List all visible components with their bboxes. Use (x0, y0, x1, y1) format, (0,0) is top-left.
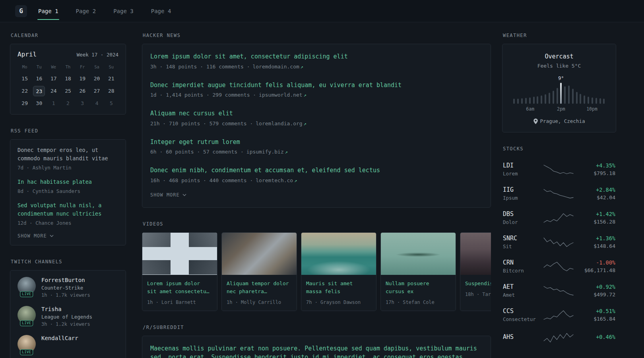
rss-item-link[interactable]: Donec tempor eros leo, ut commodo mauris… (17, 146, 118, 163)
hn-story-meta: 16h · 468 points · 440 comments ·loremte… (150, 177, 483, 183)
video-card[interactable]: Nullam posuere cursus ex 17h · Stefan Co… (380, 232, 456, 311)
stock-change: +2.84% (577, 187, 615, 193)
hn-story-domain-link[interactable]: ipsumify.biz↗ (246, 149, 288, 155)
calendar-day: 21 (104, 74, 118, 84)
tab-page-3[interactable]: Page 3 (113, 0, 134, 22)
video-thumbnail (142, 233, 217, 275)
rss-item: Donec tempor eros leo, ut commodo mauris… (17, 146, 118, 171)
hn-story-link[interactable]: Aliquam nec cursus elit (150, 109, 483, 118)
stock-change: +1.36% (577, 235, 615, 241)
hn-story: Donec enim nibh, condimentum et accumsan… (142, 160, 491, 189)
hn-story-link[interactable]: Integer eget rutrum lorem (150, 138, 483, 147)
tab-page-4[interactable]: Page 4 (150, 0, 172, 22)
stock-price: $499.72 (577, 292, 615, 298)
rss-item-link[interactable]: In hac habitasse platea (17, 178, 118, 186)
rss-item-meta: 8d · Cynthia Saunders (17, 188, 118, 194)
twitch-channel[interactable]: LIVE Trisha League of Legends 3h · 1.2k … (17, 306, 118, 327)
calendar-grid: Mo Tu We Th Fr Sa Su 15 16 17 18 19 20 2… (17, 64, 118, 109)
dow-label: Th (61, 64, 75, 72)
hn-story-domain: ipsumworld.net (259, 92, 303, 98)
rss-show-more-button[interactable]: SHOW MORE (17, 233, 54, 239)
stock-symbol: AET (503, 283, 539, 290)
stock-row[interactable]: CRNBitcorn -1.00%$66,171.48 (502, 254, 616, 278)
map-pin-icon (533, 119, 538, 124)
video-card[interactable]: Aliquam tempor dolor nec pharetra… 1h · … (221, 232, 297, 311)
weather-location: Prague, Czechia (509, 118, 609, 124)
calendar-day: 15 (17, 74, 32, 84)
weather-feels-like: Feels like 5°C (509, 63, 609, 69)
stocks-widget: STOCKS LDILorem +4.35%$795.18 IIGIpsum +… (502, 146, 616, 348)
stock-row[interactable]: IIGIpsum +2.84%$42.04 (502, 181, 616, 206)
calendar-day: 20 (89, 74, 104, 84)
rss-section-title: RSS FEED (10, 128, 126, 134)
stock-sparkline (539, 309, 577, 321)
video-title: Nullam posuere cursus ex (386, 280, 451, 296)
hn-story-link[interactable]: Donec enim nibh, condimentum et accumsan… (150, 166, 483, 175)
stock-change: +0.51% (577, 308, 615, 314)
tab-page-2[interactable]: Page 2 (75, 0, 97, 22)
video-card[interactable]: Mauris sit amet massa felis 7h · Grayson… (301, 232, 376, 311)
calendar-day-next-month: 1 (47, 98, 61, 109)
video-meta: 17h · Stefan Cole (386, 300, 451, 305)
rss-item: In hac habitasse platea 8d · Cynthia Sau… (17, 178, 118, 194)
hn-story-meta: 3h · 148 points · 116 comments ·loremdom… (150, 64, 483, 70)
show-more-label: SHOW MORE (17, 233, 47, 239)
calendar-day: 30 (32, 98, 46, 109)
hackernews-card: Lorem ipsum dolor sit amet, consectetur … (142, 44, 491, 208)
tab-page-1[interactable]: Page 1 (37, 0, 59, 22)
hn-story: Aliquam nec cursus elit 21h · 710 points… (142, 103, 491, 132)
hn-story-link[interactable]: Lorem ipsum dolor sit amet, consectetur … (150, 52, 483, 61)
hn-story-domain-link[interactable]: loremtech.co↗ (256, 177, 297, 183)
hackernews-show-more-button[interactable]: SHOW MORE (150, 192, 186, 198)
hn-story-domain-link[interactable]: loremdomain.com↗ (252, 64, 303, 70)
stock-symbol: IIG (503, 186, 539, 193)
subreddit-post-link[interactable]: Maecenas mollis pulvinar erat non posuer… (150, 344, 483, 358)
stock-symbol: AHS (503, 333, 539, 340)
stock-name: Ipsum (503, 195, 539, 201)
stock-row[interactable]: DBSDolor +1.42%$156.28 (502, 206, 616, 230)
dow-label: We (47, 64, 61, 72)
stock-row[interactable]: AETAmet +0.92%$499.72 (502, 278, 616, 303)
calendar-day: 24 (47, 86, 61, 96)
video-card[interactable]: Suspendisse diam 18h · Tara (460, 232, 491, 311)
calendar-week-year: Week 17 · 2024 (77, 52, 118, 58)
hn-story-link[interactable]: Donec imperdiet augue tincidunt felis al… (150, 81, 483, 90)
external-link-icon: ↗ (301, 64, 303, 70)
twitch-channel[interactable]: LIVE KendallCarr (17, 335, 118, 353)
hn-story-domain-link[interactable]: ipsumworld.net↗ (259, 92, 306, 98)
stock-price: $795.18 (577, 170, 615, 176)
external-link-icon: ↗ (304, 121, 306, 126)
stock-price: $156.28 (577, 219, 615, 225)
channel-game: Counter-Strike (41, 285, 90, 291)
stock-symbol: LDI (503, 162, 539, 169)
stock-row[interactable]: SNRCSit +1.36%$148.64 (502, 230, 616, 254)
calendar-day-today: 23 (33, 86, 45, 96)
video-card[interactable]: Lorem ipsum dolor sit amet consectetu… 1… (142, 232, 217, 311)
stock-row[interactable]: AHS +0.46% (502, 327, 616, 348)
stock-change: +0.92% (577, 284, 615, 290)
calendar-month: April (17, 51, 37, 58)
channel-meta: 1h · 1.7k viewers (41, 292, 90, 298)
twitch-section-title: TWITCH CHANNELS (10, 259, 126, 265)
dow-label: Tu (32, 64, 46, 72)
dashboard-content: CALENDAR April Week 17 · 2024 Mo Tu We T… (0, 22, 644, 358)
channel-name: Trisha (41, 306, 92, 312)
stock-sparkline (539, 188, 577, 200)
twitch-channel[interactable]: LIVE ForrestBurton Counter-Strike 1h · 1… (17, 277, 118, 298)
hn-story-domain-link[interactable]: loremlandia.org↗ (256, 121, 306, 126)
show-more-label: SHOW MORE (150, 192, 180, 198)
hn-story-meta: 6h · 60 points · 57 comments ·ipsumify.b… (150, 149, 483, 155)
stock-row[interactable]: CCSConsectetur +0.51%$165.84 (502, 303, 616, 327)
app-logo[interactable]: G (15, 5, 27, 17)
weather-location-label: Prague, Czechia (540, 118, 585, 124)
hackernews-widget: HACKER NEWS Lorem ipsum dolor sit amet, … (142, 33, 491, 208)
stock-row[interactable]: LDILorem +4.35%$795.18 (502, 157, 616, 181)
rss-item-link[interactable]: Sed volutpat nulla nisl, a condimentum n… (17, 201, 118, 218)
rss-card: Donec tempor eros leo, ut commodo mauris… (10, 139, 126, 245)
stock-sparkline (539, 163, 577, 175)
stock-price: $148.64 (577, 243, 615, 249)
external-link-icon: ↗ (294, 178, 297, 183)
live-badge: LIVE (20, 349, 33, 355)
hn-story-domain: loremtech.co (256, 177, 293, 183)
hn-story-domain: loremdomain.com (252, 64, 299, 70)
